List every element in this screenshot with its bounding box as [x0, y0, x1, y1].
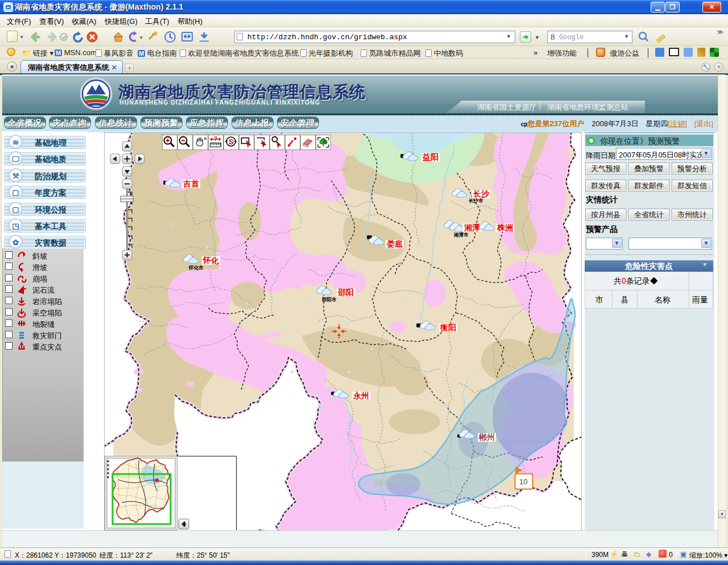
svg-text:湘潭市: 湘潭市 [453, 232, 469, 238]
svg-text:长沙市: 长沙市 [469, 198, 483, 203]
svg-text:▾: ▾ [140, 35, 143, 40]
svg-text:郴州: 郴州 [478, 433, 495, 442]
svg-text:10: 10 [519, 477, 527, 486]
svg-text:?: ? [214, 136, 217, 142]
svg-text:永州: 永州 [353, 391, 369, 400]
svg-text:邵阳: 邵阳 [337, 288, 354, 297]
svg-text:湘潭: 湘潭 [464, 223, 480, 232]
svg-text:益阳: 益阳 [422, 152, 439, 161]
svg-text:怀化: 怀化 [202, 256, 219, 265]
svg-text:S: S [229, 138, 234, 146]
svg-text:邵阳市: 邵阳市 [321, 297, 337, 302]
svg-text:株洲: 株洲 [497, 223, 513, 232]
svg-text:娄底: 娄底 [387, 239, 403, 248]
svg-text:长沙: 长沙 [473, 189, 490, 198]
svg-text:衡阳: 衡阳 [440, 323, 456, 332]
svg-text:吉首: 吉首 [183, 179, 199, 188]
svg-text:怀化市: 怀化市 [188, 265, 204, 271]
